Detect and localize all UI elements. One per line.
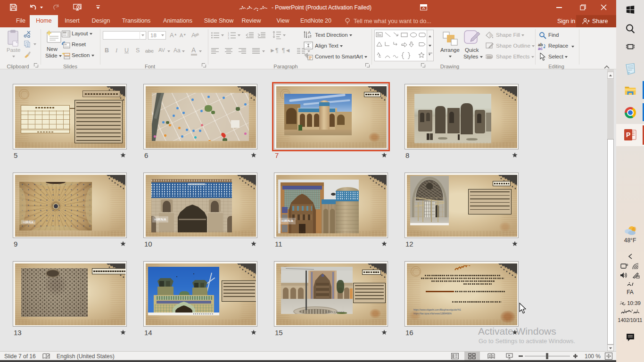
svg-text:3: 3 bbox=[228, 37, 229, 40]
svg-text:P: P bbox=[626, 131, 630, 139]
svg-text:A: A bbox=[308, 30, 311, 35]
svg-text:ac: ac bbox=[538, 46, 543, 50]
